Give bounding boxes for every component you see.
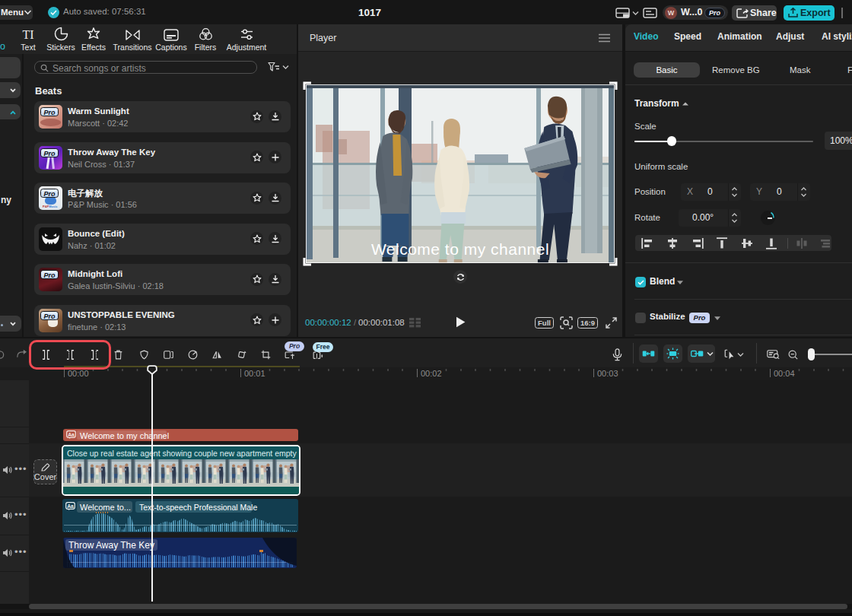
svg-text:TI: TI bbox=[22, 28, 33, 41]
svg-text:00:00: 00:00 bbox=[68, 369, 89, 378]
svg-text:00:04: 00:04 bbox=[774, 369, 795, 378]
svg-text:00:03: 00:03 bbox=[597, 369, 618, 378]
svg-text:Aa: Aa bbox=[68, 432, 75, 437]
svg-text:00:01: 00:01 bbox=[244, 369, 265, 378]
svg-text:00:02: 00:02 bbox=[421, 369, 442, 378]
svg-text:Aa: Aa bbox=[67, 503, 74, 509]
